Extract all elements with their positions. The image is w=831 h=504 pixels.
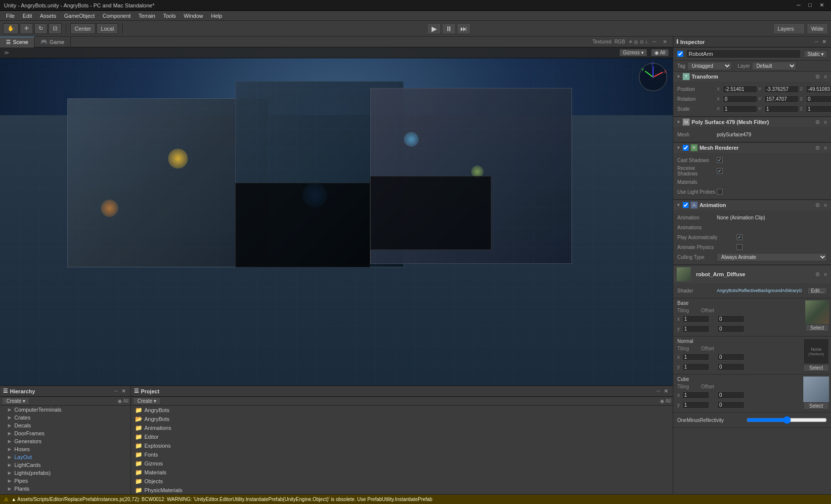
hierarchy-item-door-frames[interactable]: ▶ DoorFrames	[0, 429, 131, 437]
hierarchy-item-layout[interactable]: ▶ LayOut	[0, 453, 131, 461]
pivot-btn[interactable]: Center	[70, 23, 95, 34]
hierarchy-item-pipes[interactable]: ▶ Pipes	[0, 477, 131, 485]
project-item-materials[interactable]: 📁 Materials	[131, 468, 673, 477]
object-name-input[interactable]	[686, 49, 801, 58]
hierarchy-minimize[interactable]: ─	[112, 388, 120, 394]
rot-z-input[interactable]	[806, 95, 831, 103]
select-base-btn[interactable]: Select	[805, 324, 829, 332]
mesh-filter-header[interactable]: ▼ M Poly Surface 479 (Mesh Filter) ⚙ ≡	[673, 117, 831, 127]
static-badge[interactable]: Static ▾	[804, 50, 827, 58]
base-tiling-y[interactable]	[682, 325, 709, 333]
use-light-probes-checkbox[interactable]	[717, 189, 723, 195]
receive-shadows-checkbox[interactable]	[717, 168, 723, 174]
hand-tool-btn[interactable]: ✋	[3, 23, 19, 34]
project-item-animations[interactable]: 📁 Animations	[131, 423, 673, 432]
project-minimize[interactable]: ─	[655, 388, 662, 394]
hierarchy-item-computer-terminals[interactable]: ▶ ComputerTerminals	[0, 406, 131, 414]
mesh-renderer-header[interactable]: ▼ R Mesh Renderer ⚙ ≡	[673, 142, 831, 153]
maximize-btn[interactable]: □	[805, 2, 815, 8]
scene-tab[interactable]: ☰ Scene	[0, 37, 35, 47]
transform-gear-btn[interactable]: ⚙	[814, 74, 821, 80]
cube-offset-y[interactable]	[717, 401, 744, 409]
inspector-close[interactable]: ✕	[820, 39, 828, 44]
layers-dropdown[interactable]: Layers	[773, 23, 805, 34]
normal-offset-x[interactable]	[717, 353, 744, 361]
animation-gear[interactable]: ⚙	[814, 202, 821, 209]
project-close[interactable]: ✕	[662, 388, 670, 394]
hierarchy-item-plants[interactable]: ▶ Plants	[0, 485, 131, 493]
hierarchy-item-decals[interactable]: ▶ Decals	[0, 421, 131, 429]
project-item-physic-materials[interactable]: 📁 PhysicMaterials	[131, 486, 673, 494]
pos-x-input[interactable]	[723, 85, 757, 93]
scene-viewport[interactable]: ≫ Gizmos ▾ ◉ All X Y Z	[0, 47, 673, 385]
menu-terrain[interactable]: Terrain	[134, 13, 159, 19]
cast-shadows-checkbox[interactable]	[717, 157, 723, 163]
one-minus-slider[interactable]	[746, 418, 827, 422]
rgb-option[interactable]: RGB	[614, 39, 625, 44]
rot-x-input[interactable]	[723, 95, 757, 103]
pos-z-input[interactable]	[806, 85, 831, 93]
transform-more-btn[interactable]: ≡	[823, 74, 828, 80]
base-offset-y[interactable]	[717, 325, 744, 333]
mesh-renderer-more[interactable]: ≡	[823, 145, 828, 151]
project-item-angrybots[interactable]: 📁 AngryBots	[131, 406, 673, 415]
animate-physics-checkbox[interactable]	[737, 244, 743, 250]
animation-header[interactable]: ▼ A Animation ⚙ ≡	[673, 200, 831, 210]
active-checkbox[interactable]	[677, 51, 683, 57]
scene-close[interactable]: ✕	[661, 39, 669, 44]
minimize-btn[interactable]: ─	[794, 2, 804, 8]
game-tab[interactable]: 🎮 Game	[35, 37, 71, 47]
project-all-btn[interactable]: ◉ All	[660, 398, 671, 404]
hierarchy-item-hoses[interactable]: ▶ Hoses	[0, 445, 131, 453]
project-item-editor[interactable]: 📁 Editor	[131, 432, 673, 441]
cube-tiling-y[interactable]	[682, 401, 709, 409]
project-item-explosions[interactable]: 📁 Explosions	[131, 441, 673, 450]
normal-tiling-y[interactable]	[682, 363, 709, 371]
gizmos-btn[interactable]: Gizmos ▾	[619, 49, 647, 56]
mesh-renderer-gear[interactable]: ⚙	[814, 145, 821, 151]
all-btn[interactable]: ◉ All	[651, 49, 669, 56]
menu-help[interactable]: Help	[207, 13, 226, 19]
pause-btn[interactable]: ⏸	[442, 23, 456, 34]
move-tool-btn[interactable]: ✛	[20, 23, 33, 34]
cube-tiling-x[interactable]	[682, 391, 709, 399]
menu-edit[interactable]: Edit	[19, 13, 36, 19]
menu-assets[interactable]: Assets	[36, 13, 60, 19]
mesh-filter-gear[interactable]: ⚙	[814, 119, 821, 126]
rot-y-input[interactable]	[764, 95, 799, 103]
hierarchy-all-btn[interactable]: ◉ All	[118, 398, 129, 404]
cube-offset-x[interactable]	[717, 391, 744, 399]
base-tiling-x[interactable]	[682, 315, 709, 323]
menu-gameobject[interactable]: GameObject	[60, 13, 99, 19]
project-item-angrybots-blue[interactable]: 📂 AngryBots	[131, 415, 673, 423]
hierarchy-create-btn[interactable]: Create ▾	[2, 397, 30, 405]
layer-dropdown[interactable]: Default	[752, 62, 796, 70]
project-item-objects[interactable]: 📁 Objects	[131, 477, 673, 486]
material-gear[interactable]: ⚙	[814, 271, 821, 278]
pos-y-input[interactable]	[764, 85, 799, 93]
hierarchy-close[interactable]: ✕	[120, 388, 128, 394]
layout-label[interactable]: Wide	[807, 23, 828, 34]
select-cube-btn[interactable]: Select	[803, 402, 829, 410]
step-btn[interactable]: ⏭	[457, 23, 471, 34]
tag-dropdown[interactable]: Untagged	[687, 62, 732, 70]
space-btn[interactable]: Local	[96, 23, 118, 34]
scale-tool-btn[interactable]: ⊡	[48, 23, 62, 34]
project-item-gizmos[interactable]: 📁 Gizmos	[131, 459, 673, 468]
mesh-renderer-enabled[interactable]	[683, 145, 689, 151]
hierarchy-item-generators[interactable]: ▶ Generators	[0, 437, 131, 445]
material-header[interactable]: robot_Arm_Diffuse ⚙ ≡	[673, 265, 831, 283]
menu-component[interactable]: Component	[98, 13, 134, 19]
material-more[interactable]: ≡	[823, 271, 828, 277]
menu-file[interactable]: File	[2, 13, 19, 19]
inspector-minimize[interactable]: ─	[813, 39, 820, 44]
animation-enabled[interactable]	[683, 202, 689, 208]
rotate-tool-btn[interactable]: ↻	[34, 23, 47, 34]
transform-component-header[interactable]: ▼ T Transform ⚙ ≡	[673, 71, 831, 82]
scale-z-input[interactable]	[806, 105, 831, 113]
hierarchy-item-crates[interactable]: ▶ Crates	[0, 414, 131, 421]
select-normal-btn[interactable]: Select	[803, 364, 829, 372]
hierarchy-item-lightcards[interactable]: ▶ LightCards	[0, 461, 131, 469]
scale-y-input[interactable]	[764, 105, 799, 113]
project-item-fonts[interactable]: 📁 Fonts	[131, 450, 673, 459]
